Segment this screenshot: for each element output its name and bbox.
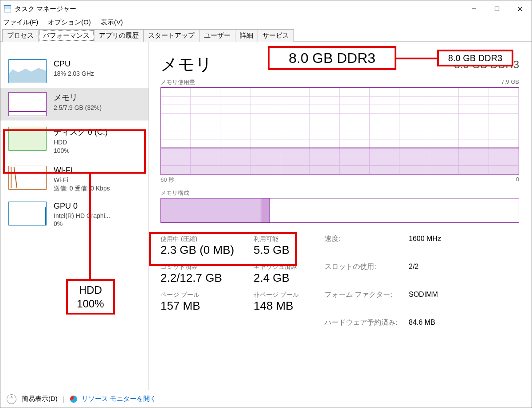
memory-thumb-icon — [8, 92, 47, 116]
annotation-disk-line — [89, 174, 91, 279]
gpu-name: Intel(R) HD Graphi... — [54, 212, 110, 220]
cpu-title: CPU — [54, 59, 94, 69]
committed-value: 2.2/12.7 GB — [160, 271, 249, 285]
sidebar-item-cpu[interactable]: CPU 18% 2.03 GHz — [0, 55, 149, 88]
cpu-thumb-icon — [8, 59, 47, 83]
window-title: タスク マネージャー — [15, 5, 76, 13]
sidebar-item-gpu[interactable]: GPU 0 Intel(R) HD Graphi... 0% — [0, 197, 149, 233]
resource-monitor-label: リソース モニターを開く — [82, 395, 156, 402]
fewer-details-button[interactable]: 簡易表示(D) — [22, 395, 58, 403]
svg-rect-1 — [495, 7, 499, 11]
memory-title: メモリ — [54, 92, 102, 103]
speed-value: 1600 MHz — [409, 235, 519, 243]
reserved-label: ハードウェア予約済み: — [325, 318, 404, 327]
tab-startup[interactable]: スタートアップ — [143, 29, 200, 42]
main-panel: メモリ 8.0 GB DDR3 8.0 GB DDR3 8.0 GB DDR3 … — [149, 42, 532, 390]
annotation-disk-box — [3, 129, 146, 174]
usage-chart-xleft: 60 秒 — [160, 176, 174, 184]
task-manager-window: タスク マネージャー ファイル(F) オプション(O) 表示(V) プロセス パ… — [0, 0, 532, 408]
menu-bar: ファイル(F) オプション(O) 表示(V) — [0, 17, 532, 28]
tab-details[interactable]: 詳細 — [235, 29, 258, 42]
cpu-stats: 18% 2.03 GHz — [54, 70, 94, 78]
slots-label: スロットの使用: — [325, 262, 404, 272]
composition-label: メモリ構成 — [160, 189, 189, 197]
form-label: フォーム ファクター: — [325, 290, 404, 299]
annotation-memtitle-line — [396, 58, 437, 59]
tab-performance[interactable]: パフォーマンス — [38, 29, 94, 42]
gpu-thumb-icon — [8, 202, 47, 225]
tab-strip: プロセス パフォーマンス アプリの履歴 スタートアップ ユーザー 詳細 サービス — [0, 28, 532, 42]
footer: ˄ 簡易表示(D) | リソース モニターを開く — [0, 390, 532, 408]
memory-stats: 2.5/7.9 GB (32%) — [54, 104, 102, 112]
minimize-button[interactable] — [462, 0, 485, 17]
usage-chart-ymax: 7.9 GB — [501, 78, 519, 86]
resource-monitor-icon — [70, 396, 77, 403]
annotation-memtitle-box: 8.0 GB DDR3 — [268, 46, 396, 70]
wifi-adapter: Wi-Fi — [54, 176, 110, 184]
body: CPU 18% 2.03 GHz メモリ 2.5/7.9 GB (32%) ディ… — [0, 42, 532, 390]
paged-label: ページ プール — [160, 291, 249, 299]
app-icon — [4, 5, 11, 12]
menu-options[interactable]: オプション(O) — [48, 18, 91, 26]
memory-composition-chart — [160, 198, 519, 223]
annotation-memtitle-callout: 8.0 GB DDR3 — [437, 50, 513, 66]
usage-chart-label: メモリ使用量 — [160, 78, 195, 86]
cached-value: 2.4 GB — [254, 271, 320, 285]
annotation-disk-callout: HDD 100% — [66, 279, 115, 315]
sidebar-item-memory[interactable]: メモリ 2.5/7.9 GB (32%) — [0, 88, 149, 120]
maximize-button[interactable] — [485, 0, 509, 17]
menu-file[interactable]: ファイル(F) — [3, 18, 38, 26]
composition-seg-compressed — [261, 198, 270, 222]
tab-services[interactable]: サービス — [258, 29, 294, 42]
open-resource-monitor-link[interactable]: リソース モニターを開く — [70, 395, 156, 403]
composition-seg-free — [270, 198, 519, 222]
nonpaged-value: 148 MB — [254, 299, 320, 313]
title-bar: タスク マネージャー — [0, 0, 532, 17]
reserved-value: 84.6 MB — [409, 319, 519, 326]
memory-usage-chart — [160, 87, 519, 175]
nonpaged-label: 非ページ プール — [254, 291, 320, 299]
page-title: メモリ — [160, 53, 212, 76]
tab-users[interactable]: ユーザー — [199, 29, 235, 42]
chevron-up-icon[interactable]: ˄ — [7, 394, 16, 404]
paged-value: 157 MB — [160, 299, 249, 313]
separator-icon: | — [63, 395, 65, 403]
form-value: SODIMM — [409, 291, 519, 299]
menu-view[interactable]: 表示(V) — [101, 18, 123, 26]
gpu-pct: 0% — [54, 220, 110, 228]
close-button[interactable] — [509, 0, 532, 17]
sidebar: CPU 18% 2.03 GHz メモリ 2.5/7.9 GB (32%) ディ… — [0, 42, 149, 390]
gpu-title: GPU 0 — [54, 202, 110, 211]
usage-chart-xright: 0 — [516, 176, 519, 184]
composition-seg-used — [161, 198, 261, 222]
tab-processes[interactable]: プロセス — [2, 29, 39, 42]
slots-value: 2/2 — [409, 263, 519, 271]
annotation-stats-box — [149, 232, 297, 266]
speed-label: 速度: — [325, 234, 404, 244]
tab-app-history[interactable]: アプリの履歴 — [94, 29, 144, 42]
wifi-io: 送信: 0 受信: 0 Kbps — [54, 184, 110, 193]
